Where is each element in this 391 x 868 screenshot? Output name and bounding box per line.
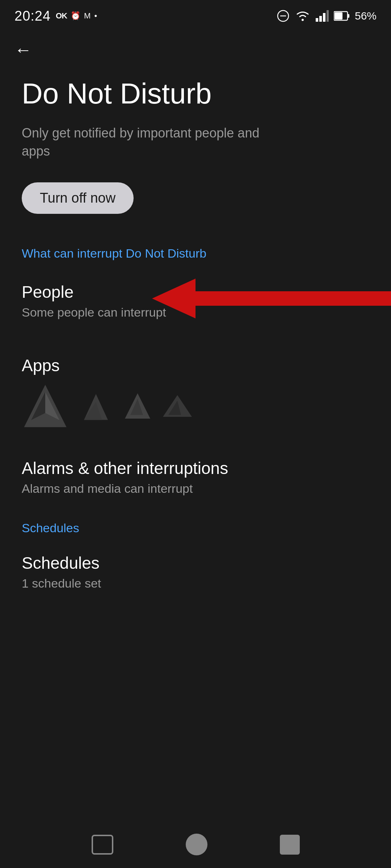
app-icon-2 [76, 390, 116, 422]
app-icon-3 [123, 391, 152, 420]
back-button-container[interactable]: ← [0, 29, 391, 67]
home-button[interactable] [186, 834, 207, 855]
apps-section[interactable]: Apps [22, 348, 369, 437]
status-time: 20:24 [14, 8, 51, 24]
status-bar: 20:24 OK ⏰ M • [0, 0, 391, 29]
svg-rect-6 [327, 10, 329, 22]
people-section[interactable]: People Some people can interrupt [22, 271, 369, 330]
svg-point-2 [302, 19, 304, 21]
battery-icon [334, 10, 350, 21]
back-arrow-icon[interactable]: ← [14, 40, 32, 59]
bottom-nav [0, 821, 391, 868]
svg-rect-9 [335, 12, 342, 20]
status-icons: OK ⏰ M • [56, 11, 97, 21]
svg-rect-4 [319, 16, 322, 22]
people-subtitle: Some people can interrupt [22, 305, 369, 319]
apps-icons-row [22, 382, 369, 429]
svg-rect-3 [316, 18, 318, 22]
alarm-icon: ⏰ [71, 11, 80, 21]
what-can-interrupt-header: What can interrupt Do Not Disturb [22, 246, 369, 261]
page-title: Do Not Disturb [22, 78, 369, 110]
svg-rect-5 [323, 13, 325, 22]
dot-icon: • [94, 11, 97, 21]
ok-icon: OK [56, 11, 67, 21]
turn-off-now-button[interactable]: Turn off now [22, 182, 134, 214]
page-subtitle: Only get notified by important people an… [22, 124, 275, 161]
app-icon-1 [22, 382, 69, 429]
alarms-section[interactable]: Alarms & other interruptions Alarms and … [22, 444, 369, 510]
back-nav-button[interactable] [280, 835, 300, 855]
signal-icon [316, 9, 329, 22]
gmail-icon: M [84, 11, 91, 21]
schedules-label: Schedules [22, 521, 369, 535]
status-left: 20:24 OK ⏰ M • [14, 8, 97, 24]
dnd-icon [277, 9, 290, 22]
main-content: Do Not Disturb Only get notified by impo… [0, 67, 391, 598]
status-right: 56% [277, 9, 377, 22]
battery-percent: 56% [355, 10, 377, 22]
wifi-icon [295, 9, 311, 22]
alarms-title: Alarms & other interruptions [22, 458, 369, 478]
recents-button[interactable] [92, 835, 113, 855]
svg-rect-8 [348, 14, 349, 18]
schedules-item-subtitle: 1 schedule set [22, 576, 369, 590]
people-title: People [22, 282, 369, 302]
schedules-item[interactable]: Schedules 1 schedule set [22, 546, 369, 598]
apps-title: Apps [22, 356, 369, 375]
schedules-item-title: Schedules [22, 553, 369, 573]
app-icon-4 [159, 393, 196, 419]
alarms-subtitle: Alarms and media can interrupt [22, 482, 369, 496]
